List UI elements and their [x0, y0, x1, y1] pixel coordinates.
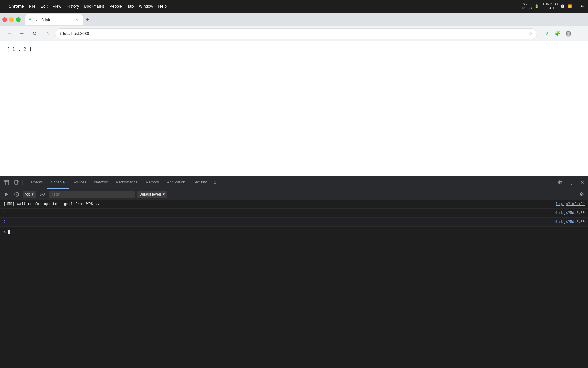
wifi-icon: 📶 [568, 4, 572, 8]
window-close-button[interactable] [2, 17, 7, 22]
tab-security[interactable]: Security [189, 176, 211, 189]
levels-dropdown-icon: ▾ [163, 192, 165, 196]
svg-rect-5 [18, 181, 19, 184]
menubar-history[interactable]: History [67, 4, 79, 9]
console-log-area: [HMR] Waiting for update signal from WDS… [0, 200, 588, 368]
devtools-kebab-button[interactable]: ⋮ [566, 177, 577, 188]
device-toolbar-button[interactable] [11, 177, 22, 188]
tab-elements[interactable]: Elements [23, 176, 47, 189]
devtools-settings-button[interactable] [555, 177, 565, 188]
console-filter-input[interactable] [49, 191, 135, 198]
chrome-menu-button[interactable]: ⋮ [575, 29, 583, 38]
more-tabs-button[interactable]: » [211, 178, 220, 187]
menubar: Chrome File Edit View History Bookmarks … [0, 0, 588, 13]
context-dropdown-icon: ▾ [32, 192, 34, 196]
address-field[interactable]: ℹ localhost:8080 ☆ [55, 28, 537, 39]
svg-point-2 [566, 34, 570, 37]
svg-point-1 [567, 32, 570, 34]
window-controls [2, 17, 21, 22]
active-tab[interactable]: vue3-lab × [25, 14, 83, 25]
page-output-text: [ 1 , 2 ] [7, 47, 32, 52]
secure-icon: ℹ [59, 31, 61, 36]
svg-line-8 [15, 193, 18, 196]
tab-memory[interactable]: Memory [142, 176, 163, 189]
bookmark-star-icon[interactable]: ☆ [528, 30, 533, 37]
console-prompt-symbol: > [3, 230, 6, 234]
log-message-num1: 1 [3, 210, 554, 216]
menubar-app-name[interactable]: Chrome [9, 4, 24, 9]
page-content: [ 1 , 2 ] [0, 41, 588, 176]
back-button[interactable]: ← [5, 29, 14, 38]
tab-sources[interactable]: Sources [69, 176, 90, 189]
forward-button[interactable]: → [17, 29, 26, 38]
levels-label: Default levels [139, 192, 162, 196]
devtools-panel: Elements Console Sources Network Perform… [0, 176, 588, 368]
home-button[interactable]: ⌂ [42, 29, 52, 38]
menubar-view[interactable]: View [53, 4, 61, 9]
tab-title: vue3-lab [36, 18, 50, 22]
tab-performance[interactable]: Performance [112, 176, 141, 189]
svg-marker-6 [5, 193, 8, 196]
log-entry-num2: 2 bind.js?5db7:30 [0, 218, 588, 227]
log-message-hmr: [HMR] Waiting for update signal from WDS… [3, 201, 556, 207]
log-source-hmr[interactable]: log.js?1afd:24 [556, 201, 585, 207]
live-expressions-button[interactable] [38, 190, 46, 198]
window-minimize-button[interactable] [9, 17, 14, 22]
inspect-element-button[interactable] [1, 177, 11, 188]
devtools-close-button[interactable]: ✕ [578, 178, 587, 187]
log-levels-selector[interactable]: Default levels ▾ [137, 191, 167, 198]
menubar-bookmarks[interactable]: Bookmarks [84, 4, 104, 9]
menubar-help[interactable]: Help [158, 4, 167, 9]
log-entry-hmr: [HMR] Waiting for update signal from WDS… [0, 200, 588, 209]
svg-rect-4 [15, 180, 18, 184]
storage-info: U: 15.61 GB F: 16.39 GB [542, 3, 558, 10]
context-label: top [25, 192, 30, 196]
extension-icons: V 🧩 ⋮ [543, 29, 583, 38]
address-bar: ← → ↺ ⌂ ℹ localhost:8080 ☆ V 🧩 ⋮ [0, 26, 588, 41]
network-stats: 2 KB/s 13 KB/s [522, 3, 532, 10]
log-source-num2[interactable]: bind.js?5db7:30 [554, 219, 585, 225]
battery-icon: 🔋 [535, 4, 539, 8]
tab-console[interactable]: Console [47, 176, 69, 189]
menubar-people[interactable]: People [109, 4, 122, 9]
devtools-toolbar: Elements Console Sources Network Perform… [0, 176, 588, 189]
chrome-tabbar: vue3-lab × + [0, 13, 588, 26]
svg-point-10 [42, 193, 43, 195]
log-message-num2: 2 [3, 219, 554, 225]
tab-close-button[interactable]: × [74, 17, 79, 22]
console-settings-button[interactable] [578, 190, 586, 198]
menubar-tab[interactable]: Tab [127, 4, 134, 9]
log-source-num1[interactable]: bind.js?5db7:30 [554, 210, 585, 216]
vue-devtools-extension-icon[interactable]: V [543, 30, 551, 38]
tab-network[interactable]: Network [90, 176, 112, 189]
more-menubar-icon[interactable]: ••• [581, 4, 585, 8]
console-clear-button[interactable] [13, 190, 21, 198]
console-input-row[interactable]: > [0, 227, 588, 237]
log-entry-num1: 1 bind.js?5db7:30 [0, 209, 588, 218]
profile-avatar-icon[interactable] [564, 30, 572, 38]
menubar-edit[interactable]: Edit [40, 4, 47, 9]
tab-favicon [29, 18, 33, 22]
new-tab-button[interactable]: + [83, 15, 92, 24]
menubar-window[interactable]: Window [139, 4, 153, 9]
url-text: localhost:8080 [63, 31, 526, 36]
context-selector[interactable]: top ▾ [23, 191, 36, 198]
svg-rect-3 [4, 180, 9, 185]
console-cursor [8, 230, 10, 234]
menubar-system-icons: 2 KB/s 13 KB/s 🔋 U: 15.61 GB F: 16.39 GB… [522, 3, 585, 10]
tab-application[interactable]: Application [163, 176, 189, 189]
console-toolbar: top ▾ Default levels ▾ [0, 189, 588, 200]
window-maximize-button[interactable] [16, 17, 21, 22]
menubar-file[interactable]: File [29, 4, 36, 9]
clock-icon: 🕐 [560, 4, 565, 8]
puzzle-extension-icon[interactable]: 🧩 [554, 30, 562, 38]
reload-button[interactable]: ↺ [30, 29, 39, 38]
console-run-button[interactable] [2, 190, 10, 198]
control-center-icon[interactable]: ☰ [575, 4, 578, 8]
